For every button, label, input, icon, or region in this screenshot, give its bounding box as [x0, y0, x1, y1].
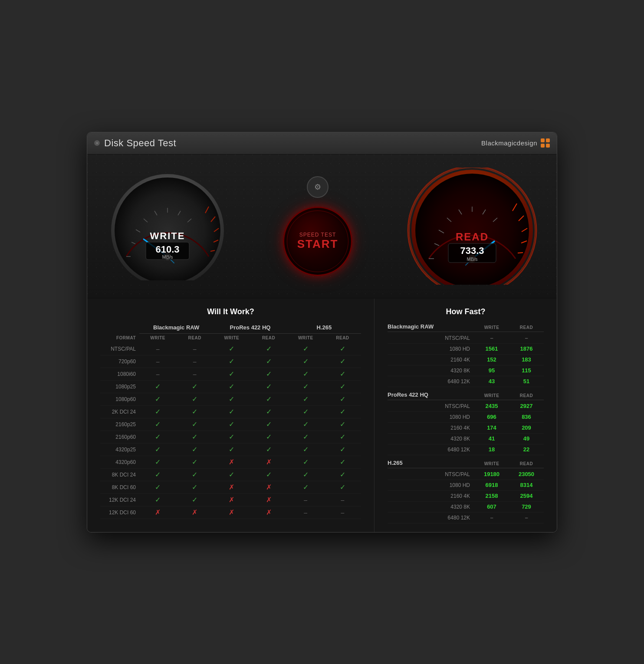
hf-row-label: NTSC/PAL [388, 334, 474, 342]
row-label: 4320p60 [100, 457, 139, 467]
cell: ✓ [139, 394, 176, 404]
cell: ✗ [250, 508, 287, 517]
hf-row: 6480 12K4351 [388, 376, 544, 387]
hf-row-label: 1080 HD [388, 345, 474, 353]
cell: – [324, 495, 361, 505]
row-label: 2160p25 [100, 420, 139, 429]
hf-read-cell: 49 [509, 434, 544, 443]
hf-write-cell: 2435 [474, 402, 509, 411]
cell: ✓ [139, 445, 176, 454]
table-row: 4320p25✓✓✓✓✓✓ [100, 444, 361, 456]
hf-row-label: 2160 4K [388, 355, 474, 364]
cell: ✓ [176, 432, 213, 442]
hf-read-cell: 2594 [509, 492, 544, 500]
middle-controls: ⚙ SPEED TEST START [283, 176, 352, 276]
table-row: NTSC/PAL––✓✓✓✓ [100, 343, 361, 355]
hf-row-label: 6480 12K [388, 445, 474, 454]
table-row: 4320p60✓✓✗✗✓✓ [100, 456, 361, 469]
gauge-section: WRITE 610.3 MB/s ⚙ SPEED TEST START [87, 154, 557, 299]
read-label: READ [456, 231, 489, 243]
hf-row-label: NTSC/PAL [388, 402, 474, 411]
cell: ✓ [287, 445, 324, 454]
hf-write-cell: 19180 [474, 470, 509, 479]
hf-row-label: 1080 HD [388, 413, 474, 421]
hf-row-label: 4320 8K [388, 366, 474, 375]
table-row: 8K DCI 60✓✓✗✗✓✓ [100, 481, 361, 494]
cell: ✗ [250, 457, 287, 467]
cell: ✗ [213, 483, 250, 492]
cell: ✗ [250, 495, 287, 505]
sub-h265-write: WRITE [287, 335, 324, 340]
close-button[interactable]: ✕ [94, 140, 100, 146]
col-spacer [100, 323, 139, 334]
hf-write-cell: 1561 [474, 345, 509, 353]
hf-row: 2160 4K174209 [388, 423, 544, 434]
cell: ✓ [250, 407, 287, 417]
cell: ✓ [213, 470, 250, 480]
hf-row-label: 2160 4K [388, 424, 474, 432]
row-label: 1080i60 [100, 369, 139, 379]
read-unit: MB/s [467, 256, 478, 262]
hf-read-cell: – [509, 334, 544, 342]
cell: – [176, 369, 213, 379]
cell: ✓ [250, 432, 287, 442]
hf-row: NTSC/PAL–– [388, 333, 544, 344]
brand-logo: Blackmagicdesign [481, 138, 550, 148]
hf-section-header: ProRes 422 HQWRITEREAD [388, 391, 544, 400]
cell: ✓ [176, 407, 213, 417]
write-gauge: WRITE 610.3 MB/s [105, 172, 230, 280]
title-bar-left: ✕ Disk Speed Test [94, 138, 176, 149]
hf-row-label: 4320 8K [388, 434, 474, 443]
table-row: 12K DCI 24✓✓✗✗–– [100, 494, 361, 506]
cell: ✓ [250, 344, 287, 354]
cell: ✓ [324, 483, 361, 492]
hf-write-cell: – [474, 513, 509, 522]
hf-write-label: WRITE [474, 461, 509, 466]
cell: ✓ [139, 407, 176, 417]
start-button[interactable]: SPEED TEST START [283, 207, 352, 276]
cell: ✗ [213, 495, 250, 505]
hf-row: 1080 HD15611876 [388, 344, 544, 355]
hf-row: 2160 4K152183 [388, 355, 544, 365]
cell: ✓ [139, 470, 176, 480]
hf-write-label: WRITE [474, 393, 509, 398]
row-label: 1080p25 [100, 382, 139, 391]
hf-row: 6480 12K1822 [388, 444, 544, 455]
cell: ✓ [250, 420, 287, 429]
cell: ✓ [250, 357, 287, 366]
write-unit: MB/s [162, 254, 173, 260]
hf-read-cell: 51 [509, 377, 544, 386]
hf-row-label: 4320 8K [388, 503, 474, 511]
hf-read-cell: 22 [509, 445, 544, 454]
cell: ✓ [176, 394, 213, 404]
cell: ✗ [139, 508, 176, 517]
how-fast-title: How Fast? [388, 307, 544, 316]
sub-prores-read: READ [250, 335, 287, 340]
hf-row: 1080 HD696836 [388, 412, 544, 423]
col-group-braw: Blackmagic RAW [139, 323, 213, 334]
cell: ✓ [176, 420, 213, 429]
cell: ✓ [324, 457, 361, 467]
write-label: WRITE [150, 230, 185, 241]
hf-write-cell: – [474, 334, 509, 342]
table-row: 1080i60––✓✓✓✓ [100, 368, 361, 381]
gear-button[interactable]: ⚙ [307, 176, 329, 198]
cell: ✓ [324, 445, 361, 454]
table-row: 12K DCI 60✗✗✗✗–– [100, 506, 361, 519]
cell: ✓ [324, 394, 361, 404]
cell: ✓ [287, 483, 324, 492]
hf-read-cell: 183 [509, 355, 544, 364]
cell: ✓ [213, 357, 250, 366]
cell: ✓ [250, 445, 287, 454]
cell: ✓ [287, 432, 324, 442]
col-group-h265: H.265 [287, 323, 361, 334]
cell: ✓ [213, 369, 250, 379]
start-line1: SPEED TEST [299, 232, 336, 238]
cell: – [139, 344, 176, 354]
brand-dot-4 [546, 144, 550, 148]
row-label: 1080p60 [100, 394, 139, 404]
hf-section-header: Blackmagic RAWWRITEREAD [388, 323, 544, 332]
title-bar: ✕ Disk Speed Test Blackmagicdesign [87, 132, 557, 154]
brand-dot-3 [541, 144, 545, 148]
hf-row: NTSC/PAL24352927 [388, 401, 544, 412]
